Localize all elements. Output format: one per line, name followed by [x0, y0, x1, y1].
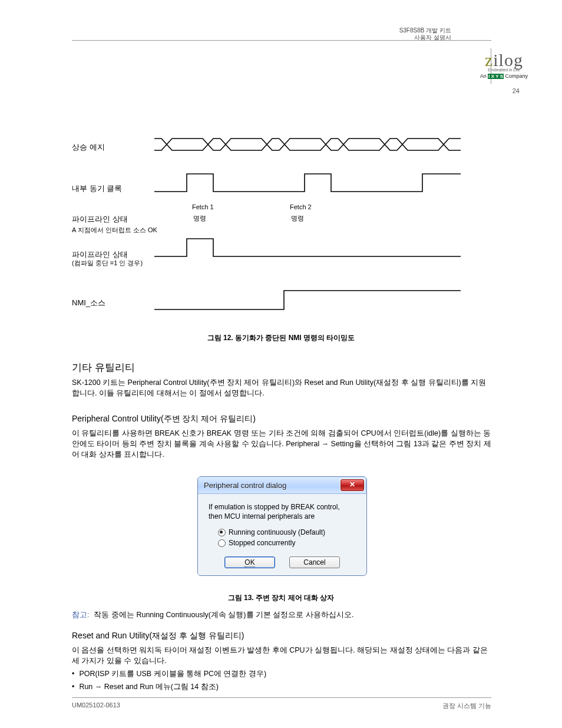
section-reset-run-body: 이 옵션을 선택하면 워치독 타이머 재설정 이벤트가 발생한 후에 CPU가 …: [72, 645, 491, 666]
close-icon: ✕: [349, 480, 355, 489]
doc-header: S3F8S8B 개발 키트 사용자 설명서: [399, 27, 451, 41]
figure-13-caption: 그림 13. 주변 장치 제어 대화 상자: [0, 593, 562, 603]
bullet-icon: •: [72, 668, 74, 679]
figure-12-caption: 그림 12. 동기화가 중단된 NMI 명령의 타이밍도: [0, 333, 562, 343]
radio-icon: [218, 529, 226, 536]
brand-wordmark: zilog: [480, 50, 528, 70]
close-button[interactable]: ✕: [340, 479, 364, 491]
footer-section: 권장 시스템 기능: [442, 701, 491, 710]
section-reset-run-list: •POR(ISP 키트를 USB 케이블을 통해 PC에 연결한 경우) •Ru…: [72, 668, 491, 692]
page-footer: UM025102-0613 권장 시스템 기능: [72, 697, 491, 710]
timing-waveforms: [154, 121, 467, 327]
brand-rest: ilog: [493, 50, 523, 70]
timing-row-1-label: 상승 에지: [72, 142, 105, 153]
section-peripheral-heading: Peripheral Control Utility(주변 장치 제어 유틸리티…: [72, 414, 491, 424]
timing-row-6-note: (컴파일 중단 =1 인 경우): [72, 259, 143, 268]
section-utilities-body: SK-1200 키트는 Peripheral Control Utility(주…: [72, 377, 491, 398]
section-reset-run-heading: Reset and Run Utility(재설정 후 실행 유틸리티): [72, 631, 491, 641]
brand-z: z: [485, 50, 493, 70]
doc-title-1: S3F8S8B 개발 키트: [399, 27, 451, 34]
radio-label: Stopped concurrently: [229, 538, 295, 548]
bullet-icon: •: [72, 681, 74, 692]
note-body: 작동 중에는 Running Continuously(계속 실행)를 기본 설…: [94, 610, 353, 620]
dialog-body: If emulation is stopped by BREAK control…: [198, 494, 366, 575]
ok-button[interactable]: OK: [224, 556, 275, 568]
brand-logo: zilog Embedded in Life An I X Y S Compan…: [480, 50, 528, 79]
dialog-title: Peripheral control dialog: [204, 481, 286, 490]
section-peripheral-body: 이 유틸리티를 사용하면 BREAK 신호가 BREAK 명령 또는 기타 조건…: [72, 428, 491, 460]
brand-parent: An I X Y S Company: [480, 73, 528, 79]
page-number: 24: [513, 87, 520, 94]
dialog-titlebar[interactable]: Peripheral control dialog ✕: [198, 477, 366, 494]
footer-doc-id: UM025102-0613: [72, 701, 120, 710]
timing-diagram: 상승 에지 내부 동기 클록 Fetch 1 Fetch 2 파이프라인 상태 …: [72, 121, 491, 333]
peripheral-control-dialog: Peripheral control dialog ✕ If emulation…: [197, 476, 366, 576]
timing-row-4-label: 파이프라인 상태: [72, 214, 128, 225]
radio-label: Running continuously (Default): [229, 527, 325, 538]
radio-stopped-concurrently[interactable]: Stopped concurrently: [218, 538, 356, 548]
timing-row-5-label: A 지점에서 인터럽트 소스 OK: [72, 226, 157, 235]
timing-row-2-label: 내부 동기 클록: [72, 183, 122, 194]
dialog-options: Running continuously (Default) Stopped c…: [209, 527, 356, 548]
list-item: POR(ISP 키트를 USB 케이블을 통해 PC에 연결한 경우): [79, 668, 266, 679]
radio-icon: [218, 539, 226, 547]
note-block: 참고: 작동 중에는 Running Continuously(계속 실행)를 …: [72, 610, 491, 620]
dialog-message: If emulation is stopped by BREAK control…: [209, 502, 356, 521]
header-rule: [72, 40, 491, 41]
cancel-button[interactable]: Cancel: [289, 556, 340, 568]
list-item: Run → Reset and Run 메뉴(그림 14 참조): [79, 681, 218, 692]
radio-running-continuously[interactable]: Running continuously (Default): [218, 527, 356, 538]
note-label: 참고:: [72, 610, 89, 620]
section-utilities-heading: 기타 유틸리티: [72, 361, 491, 374]
timing-row-7-label: NMI_소스: [72, 298, 105, 308]
